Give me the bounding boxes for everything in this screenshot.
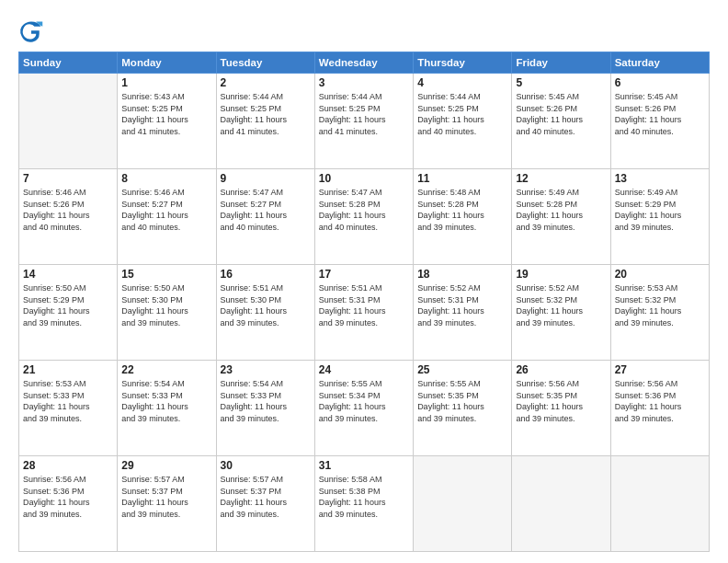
- days-of-week-row: SundayMondayTuesdayWednesdayThursdayFrid…: [19, 52, 710, 74]
- day-info: Sunrise: 5:51 AM Sunset: 5:30 PM Dayligh…: [221, 282, 311, 328]
- day-info: Sunrise: 5:56 AM Sunset: 5:36 PM Dayligh…: [23, 474, 113, 520]
- day-info: Sunrise: 5:58 AM Sunset: 5:38 PM Dayligh…: [319, 474, 409, 520]
- day-of-week-header: Sunday: [19, 52, 118, 74]
- day-number: 24: [319, 363, 409, 376]
- calendar-table: SundayMondayTuesdayWednesdayThursdayFrid…: [18, 52, 710, 552]
- calendar-body: 1Sunrise: 5:43 AM Sunset: 5:25 PM Daylig…: [19, 74, 710, 552]
- day-number: 8: [121, 172, 211, 185]
- day-number: 31: [319, 459, 409, 472]
- calendar-cell: 25Sunrise: 5:55 AM Sunset: 5:35 PM Dayli…: [414, 361, 512, 456]
- calendar-cell: 2Sunrise: 5:44 AM Sunset: 5:25 PM Daylig…: [216, 74, 314, 169]
- calendar-cell: 19Sunrise: 5:52 AM Sunset: 5:32 PM Dayli…: [512, 265, 610, 361]
- day-info: Sunrise: 5:50 AM Sunset: 5:30 PM Dayligh…: [121, 282, 211, 328]
- day-number: 7: [23, 172, 113, 185]
- day-number: 27: [615, 363, 705, 376]
- day-number: 5: [516, 76, 606, 89]
- calendar-cell: 7Sunrise: 5:46 AM Sunset: 5:26 PM Daylig…: [19, 169, 118, 265]
- day-info: Sunrise: 5:52 AM Sunset: 5:31 PM Dayligh…: [417, 282, 507, 328]
- calendar-cell: 3Sunrise: 5:44 AM Sunset: 5:25 PM Daylig…: [314, 74, 413, 169]
- day-of-week-header: Monday: [118, 52, 216, 74]
- calendar-cell: [610, 456, 709, 552]
- week-row: 21Sunrise: 5:53 AM Sunset: 5:33 PM Dayli…: [19, 361, 710, 456]
- day-number: 28: [23, 459, 113, 472]
- week-row: 1Sunrise: 5:43 AM Sunset: 5:25 PM Daylig…: [19, 74, 710, 169]
- day-info: Sunrise: 5:51 AM Sunset: 5:31 PM Dayligh…: [319, 282, 409, 328]
- calendar-cell: 6Sunrise: 5:45 AM Sunset: 5:26 PM Daylig…: [610, 74, 709, 169]
- calendar-cell: 1Sunrise: 5:43 AM Sunset: 5:25 PM Daylig…: [118, 74, 216, 169]
- calendar-cell: 16Sunrise: 5:51 AM Sunset: 5:30 PM Dayli…: [216, 265, 314, 361]
- week-row: 14Sunrise: 5:50 AM Sunset: 5:29 PM Dayli…: [19, 265, 710, 361]
- calendar-cell: 27Sunrise: 5:56 AM Sunset: 5:36 PM Dayli…: [610, 361, 709, 456]
- day-info: Sunrise: 5:55 AM Sunset: 5:35 PM Dayligh…: [417, 378, 507, 424]
- day-info: Sunrise: 5:53 AM Sunset: 5:33 PM Dayligh…: [23, 378, 113, 424]
- calendar-cell: 20Sunrise: 5:53 AM Sunset: 5:32 PM Dayli…: [610, 265, 709, 361]
- day-info: Sunrise: 5:52 AM Sunset: 5:32 PM Dayligh…: [516, 282, 606, 328]
- calendar-cell: 30Sunrise: 5:57 AM Sunset: 5:37 PM Dayli…: [216, 456, 314, 552]
- calendar-cell: 4Sunrise: 5:44 AM Sunset: 5:25 PM Daylig…: [414, 74, 512, 169]
- day-number: 18: [417, 268, 507, 281]
- day-info: Sunrise: 5:54 AM Sunset: 5:33 PM Dayligh…: [221, 378, 311, 424]
- day-number: 10: [319, 172, 409, 185]
- calendar-cell: 15Sunrise: 5:50 AM Sunset: 5:30 PM Dayli…: [118, 265, 216, 361]
- day-of-week-header: Thursday: [414, 52, 512, 74]
- logo: [18, 18, 48, 44]
- calendar-cell: [512, 456, 610, 552]
- logo-icon: [18, 18, 44, 44]
- day-of-week-header: Saturday: [610, 52, 709, 74]
- calendar-cell: 22Sunrise: 5:54 AM Sunset: 5:33 PM Dayli…: [118, 361, 216, 456]
- day-info: Sunrise: 5:43 AM Sunset: 5:25 PM Dayligh…: [121, 91, 211, 137]
- calendar-cell: [414, 456, 512, 552]
- day-number: 23: [221, 363, 311, 376]
- calendar-cell: 11Sunrise: 5:48 AM Sunset: 5:28 PM Dayli…: [414, 169, 512, 265]
- day-info: Sunrise: 5:54 AM Sunset: 5:33 PM Dayligh…: [121, 378, 211, 424]
- calendar-cell: [19, 74, 118, 169]
- calendar-cell: 12Sunrise: 5:49 AM Sunset: 5:28 PM Dayli…: [512, 169, 610, 265]
- day-of-week-header: Tuesday: [216, 52, 314, 74]
- day-info: Sunrise: 5:44 AM Sunset: 5:25 PM Dayligh…: [221, 91, 311, 137]
- day-info: Sunrise: 5:49 AM Sunset: 5:28 PM Dayligh…: [516, 187, 606, 233]
- day-number: 17: [319, 268, 409, 281]
- day-info: Sunrise: 5:44 AM Sunset: 5:25 PM Dayligh…: [319, 91, 409, 137]
- day-number: 11: [417, 172, 507, 185]
- calendar-cell: 26Sunrise: 5:56 AM Sunset: 5:35 PM Dayli…: [512, 361, 610, 456]
- day-number: 3: [319, 76, 409, 89]
- calendar-cell: 8Sunrise: 5:46 AM Sunset: 5:27 PM Daylig…: [118, 169, 216, 265]
- week-row: 7Sunrise: 5:46 AM Sunset: 5:26 PM Daylig…: [19, 169, 710, 265]
- day-info: Sunrise: 5:47 AM Sunset: 5:27 PM Dayligh…: [221, 187, 311, 233]
- day-info: Sunrise: 5:56 AM Sunset: 5:36 PM Dayligh…: [615, 378, 705, 424]
- day-number: 15: [121, 268, 211, 281]
- calendar-cell: 9Sunrise: 5:47 AM Sunset: 5:27 PM Daylig…: [216, 169, 314, 265]
- day-info: Sunrise: 5:47 AM Sunset: 5:28 PM Dayligh…: [319, 187, 409, 233]
- calendar-cell: 14Sunrise: 5:50 AM Sunset: 5:29 PM Dayli…: [19, 265, 118, 361]
- day-number: 9: [221, 172, 311, 185]
- day-number: 4: [417, 76, 507, 89]
- day-info: Sunrise: 5:45 AM Sunset: 5:26 PM Dayligh…: [516, 91, 606, 137]
- day-number: 6: [615, 76, 705, 89]
- calendar-cell: 17Sunrise: 5:51 AM Sunset: 5:31 PM Dayli…: [314, 265, 413, 361]
- day-number: 26: [516, 363, 606, 376]
- week-row: 28Sunrise: 5:56 AM Sunset: 5:36 PM Dayli…: [19, 456, 710, 552]
- calendar-cell: 18Sunrise: 5:52 AM Sunset: 5:31 PM Dayli…: [414, 265, 512, 361]
- day-info: Sunrise: 5:46 AM Sunset: 5:27 PM Dayligh…: [121, 187, 211, 233]
- day-info: Sunrise: 5:56 AM Sunset: 5:35 PM Dayligh…: [516, 378, 606, 424]
- calendar-cell: 10Sunrise: 5:47 AM Sunset: 5:28 PM Dayli…: [314, 169, 413, 265]
- day-info: Sunrise: 5:48 AM Sunset: 5:28 PM Dayligh…: [417, 187, 507, 233]
- day-number: 13: [615, 172, 705, 185]
- page: SundayMondayTuesdayWednesdayThursdayFrid…: [0, 0, 728, 563]
- calendar-cell: 23Sunrise: 5:54 AM Sunset: 5:33 PM Dayli…: [216, 361, 314, 456]
- day-info: Sunrise: 5:49 AM Sunset: 5:29 PM Dayligh…: [615, 187, 705, 233]
- calendar-cell: 21Sunrise: 5:53 AM Sunset: 5:33 PM Dayli…: [19, 361, 118, 456]
- day-number: 29: [121, 459, 211, 472]
- calendar-header: SundayMondayTuesdayWednesdayThursdayFrid…: [19, 52, 710, 74]
- day-number: 19: [516, 268, 606, 281]
- day-number: 25: [417, 363, 507, 376]
- calendar-cell: 24Sunrise: 5:55 AM Sunset: 5:34 PM Dayli…: [314, 361, 413, 456]
- day-number: 14: [23, 268, 113, 281]
- calendar-cell: 31Sunrise: 5:58 AM Sunset: 5:38 PM Dayli…: [314, 456, 413, 552]
- calendar-cell: 13Sunrise: 5:49 AM Sunset: 5:29 PM Dayli…: [610, 169, 709, 265]
- day-number: 1: [121, 76, 211, 89]
- day-number: 12: [516, 172, 606, 185]
- day-number: 22: [121, 363, 211, 376]
- day-info: Sunrise: 5:57 AM Sunset: 5:37 PM Dayligh…: [121, 474, 211, 520]
- day-number: 16: [221, 268, 311, 281]
